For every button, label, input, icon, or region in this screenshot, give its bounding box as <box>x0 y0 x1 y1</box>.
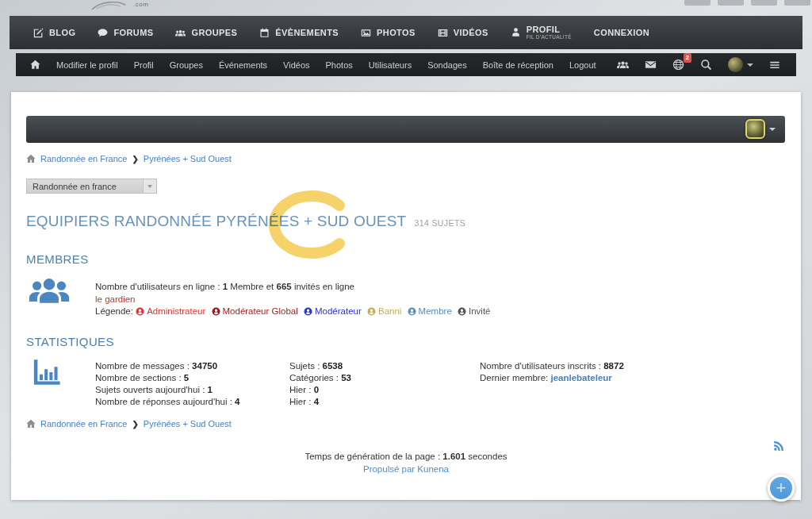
online-count-line: Nombre d'utilisateurs en ligne : 1 Membr… <box>95 281 494 294</box>
home-icon[interactable] <box>26 419 36 429</box>
primary-nav: BLOGFORUMSGROUPESÉVÈNEMENTSPHOTOSVIDÉOSP… <box>10 16 802 49</box>
content-card: Randonnée en France❯Pyrénées + Sud Ouest… <box>11 92 801 500</box>
nav-item-connexion[interactable]: CONNEXION <box>583 28 661 37</box>
stat-line: Dernier membre: jeanlebateleur <box>480 372 624 384</box>
usermenu-item-logout[interactable]: Logout <box>561 60 604 70</box>
legend-membre[interactable]: Membre <box>408 306 452 316</box>
site-logo: .com <box>86 0 165 10</box>
usermenu-item-modifier-le-profil[interactable]: Modifier le profil <box>48 60 126 70</box>
nav-item-profil[interactable]: PROFILFIL D'ACTUALITÉ <box>500 25 583 40</box>
legend-label: Légende: <box>95 306 136 316</box>
breadcrumb-link-pyrenees-sud-ouest[interactable]: Pyrénées + Sud Ouest <box>144 154 232 163</box>
home-icon[interactable] <box>26 154 36 163</box>
user-circle-icon <box>408 307 416 316</box>
breadcrumb-link-randonnee-en-france[interactable]: Randonnée en France <box>40 154 127 163</box>
breadcrumb-link-pyrenees-sud-ouest[interactable]: Pyrénées + Sud Ouest <box>144 419 232 429</box>
nav-item-blog[interactable]: BLOG <box>22 28 86 38</box>
page-title: EQUIPIERS RANDONNÉE PYRÉNÉES + SUD OUEST <box>26 213 406 230</box>
social-button[interactable] <box>751 0 777 6</box>
menu-button[interactable] <box>769 60 780 71</box>
social-button[interactable] <box>684 0 710 6</box>
stat-value: 34750 <box>192 361 217 371</box>
breadcrumb-separator: ❯ <box>132 420 138 429</box>
stats-column-1: Nombre de messages : 34750Nombre de sect… <box>95 360 239 408</box>
stat-value: 8872 <box>603 361 624 371</box>
bar-chart-icon <box>32 357 62 390</box>
logo-suffix: .com <box>133 1 148 8</box>
social-button[interactable] <box>718 0 744 6</box>
breadcrumb-bottom: Randonnée en France❯Pyrénées + Sud Ouest <box>26 419 232 429</box>
users-icon <box>175 28 186 38</box>
pencil-square-icon <box>33 28 44 38</box>
usermenu-item-photos[interactable]: Photos <box>318 60 361 70</box>
nav-item-label: CONNEXION <box>594 28 649 37</box>
page-title-row: EQUIPIERS RANDONNÉE PYRÉNÉES + SUD OUEST… <box>26 213 465 230</box>
stat-line: Nombre de messages : 34750 <box>95 360 239 372</box>
nav-item-label: PHOTOS <box>377 28 416 37</box>
legend-moderateur-global[interactable]: Modérateur Global <box>212 306 298 316</box>
user-circle-icon <box>212 307 220 316</box>
nav-item-photos[interactable]: PHOTOS <box>350 28 427 38</box>
secondary-nav: Modifier le profilProfilGroupesÉvénement… <box>16 53 796 76</box>
nav-item-evenements[interactable]: ÉVÈNEMENTS <box>248 28 350 38</box>
generation-time-text: Temps de génération de la page : 1.601 s… <box>304 452 507 461</box>
nav-item-forums[interactable]: FORUMS <box>86 28 164 38</box>
stat-value: 53 <box>341 373 351 383</box>
add-button[interactable]: + <box>768 475 795 502</box>
stat-line: Hier : 0 <box>289 384 351 396</box>
stats-column-3: Nombre d'utilisateurs inscrits : 8872Der… <box>480 360 624 384</box>
usermenu-item-sondages[interactable]: Sondages <box>419 60 475 70</box>
nav-right-icons: 2 <box>617 57 787 72</box>
category-header-bar <box>26 116 785 143</box>
category-select[interactable]: Randonnée en france <box>26 179 157 194</box>
nav-item-label: GROUPES <box>191 28 237 37</box>
usermenu-item-profil[interactable]: Profil <box>126 60 162 70</box>
online-count-text: Nombre d'utilisateurs en ligne : 1 Membr… <box>95 282 354 291</box>
globe-button[interactable]: 2 <box>672 59 684 71</box>
usermenu-item-utilisateurs[interactable]: Utilisateurs <box>361 60 419 70</box>
user-avatar-menu[interactable] <box>728 57 753 72</box>
legend-administrateur[interactable]: Administrateur <box>136 306 205 316</box>
stat-value: 1 <box>208 385 213 394</box>
online-user-link[interactable]: le gardien <box>95 294 136 304</box>
breadcrumb-separator: ❯ <box>132 155 138 163</box>
breadcrumb: Randonnée en France❯Pyrénées + Sud Ouest <box>26 154 232 163</box>
nav-item-label: VIDÉOS <box>454 28 488 37</box>
usermenu-item-groupes[interactable]: Groupes <box>162 60 211 70</box>
user-circle-icon <box>367 307 376 316</box>
user-circle-icon <box>304 307 312 316</box>
usermenu-item-evenements[interactable]: Événements <box>211 60 275 70</box>
legend-banni[interactable]: Banni <box>367 306 401 316</box>
stat-line: Hier : 4 <box>289 396 351 408</box>
user-icon <box>511 27 521 37</box>
chevron-down-icon <box>769 128 776 131</box>
legend-invite[interactable]: Invité <box>458 306 491 316</box>
page-footer: Temps de génération de la page : 1.601 s… <box>11 451 801 475</box>
stat-line: Nombre de sections : 5 <box>95 372 239 384</box>
select-arrow <box>143 179 156 193</box>
usermenu-item-boite-de-reception[interactable]: Boîte de réception <box>475 60 561 70</box>
nav-item-groupes[interactable]: GROUPES <box>164 28 248 38</box>
search-button[interactable] <box>700 59 712 71</box>
nav-item-label: PROFIL <box>527 25 572 34</box>
legend-line: Légende: Administrateur Modérateur Globa… <box>95 306 494 318</box>
last-member-link[interactable]: jeanlebateleur <box>550 373 611 383</box>
breadcrumb-link-randonnee-en-france[interactable]: Randonnée en France <box>40 419 127 429</box>
legend-items: Administrateur Modérateur Global Modérat… <box>136 306 493 316</box>
nav-item-videos[interactable]: VIDÉOS <box>427 28 500 38</box>
stats-column-2: Sujets : 6538Catégories : 53Hier : 0Hier… <box>289 360 351 408</box>
social-button[interactable] <box>784 0 810 6</box>
users-button[interactable] <box>617 59 629 71</box>
stat-line: Sujets ouverts aujourd'hui : 1 <box>95 384 239 396</box>
envelope-button[interactable] <box>645 59 657 71</box>
stat-value: 4 <box>235 397 239 406</box>
home-icon[interactable] <box>25 60 48 70</box>
usermenu-item-videos[interactable]: Vidéos <box>275 60 317 70</box>
members-icon <box>29 275 70 313</box>
stat-line: Sujets : 6538 <box>289 360 351 372</box>
comments-icon <box>98 28 108 38</box>
category-user-menu[interactable] <box>745 119 776 139</box>
legend-moderateur[interactable]: Modérateur <box>304 306 362 316</box>
members-heading: MEMBRES <box>26 252 89 266</box>
powered-by-link[interactable]: Propulsé par Kunena <box>363 464 449 474</box>
